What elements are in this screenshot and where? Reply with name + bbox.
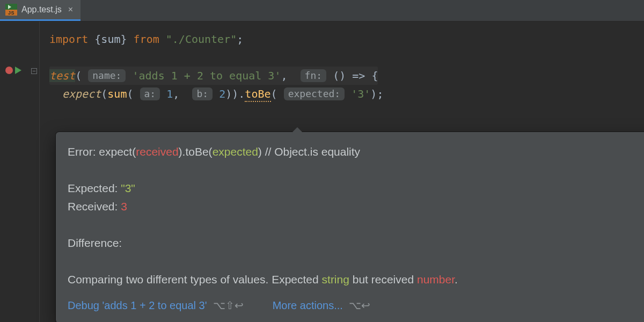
tooltip-blank <box>68 161 644 179</box>
tooltip-line: Received: 3 <box>68 197 644 216</box>
more-actions-shortcut: ⌥↩ <box>349 299 370 311</box>
code-area[interactable]: import {sum} from "./Counter"; test( nam… <box>40 21 644 322</box>
tooltip-arrow-icon <box>292 127 303 133</box>
code-editor[interactable]: − import {sum} from "./Counter"; test( n… <box>0 21 644 322</box>
tooltip-blank <box>68 252 644 270</box>
tooltip-line: Difference: <box>68 234 644 252</box>
close-icon[interactable]: × <box>68 5 73 14</box>
tooltip-line: Error: expect(received).toBe(expected) /… <box>68 143 644 161</box>
error-tooltip: Error: expect(received).toBe(expected) /… <box>56 132 644 322</box>
run-test-icon[interactable] <box>15 67 21 74</box>
breakpoint-icon[interactable] <box>5 67 13 74</box>
debug-shortcut: ⌥⇧↩ <box>213 299 244 311</box>
tab-app-test-js[interactable]: JS App.test.js × <box>0 0 80 21</box>
tooltip-actions: Debug 'adds 1 + 2 to equal 3' ⌥⇧↩ More a… <box>68 296 644 314</box>
tooltip-line: Expected: "3" <box>68 179 644 197</box>
more-actions-link[interactable]: More actions... <box>273 299 343 311</box>
editor-gutter: − <box>0 21 40 322</box>
tab-filename: App.test.js <box>21 5 62 14</box>
js-test-file-icon: JS <box>5 4 17 16</box>
tab-bar: JS App.test.js × <box>0 0 644 21</box>
code-line: test( name: 'adds 1 + 2 to equal 3', fn:… <box>49 67 644 85</box>
fold-icon[interactable]: − <box>31 68 37 74</box>
code-line: import {sum} from "./Counter"; <box>49 30 644 48</box>
code-line-blank <box>49 48 644 67</box>
debug-action-link[interactable]: Debug 'adds 1 + 2 to equal 3' <box>68 299 207 311</box>
tooltip-line: Comparing two different types of values.… <box>68 270 644 289</box>
tooltip-blank <box>68 216 644 234</box>
code-line: expect(sum( a: 1, b: 2)).toBe( expected:… <box>49 85 644 103</box>
